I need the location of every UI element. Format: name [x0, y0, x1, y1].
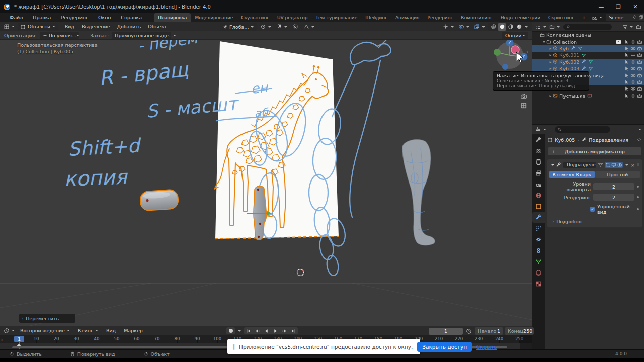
pointer-icon[interactable] — [624, 46, 629, 51]
properties-search-input[interactable] — [555, 126, 610, 133]
modifier-expand-arrow[interactable] — [551, 164, 554, 166]
shading-rendered-button[interactable] — [515, 23, 523, 31]
simple-tab[interactable]: Простой — [595, 171, 640, 178]
properties-tab-scene[interactable] — [532, 178, 545, 190]
auto-keying-button[interactable] — [226, 327, 235, 334]
eye-icon[interactable] — [630, 59, 636, 65]
display-editmode-toggle[interactable] — [605, 162, 610, 167]
workspace-tab-Шейдинг[interactable]: Шейдинг — [361, 13, 391, 22]
pointer-icon[interactable] — [624, 59, 629, 65]
outliner-display-mode-button[interactable] — [548, 23, 561, 31]
outliner-row-Пустышка[interactable]: ▸Пустышка — [532, 93, 644, 99]
properties-tab-output[interactable] — [532, 156, 545, 167]
modifier-icon[interactable] — [588, 66, 593, 71]
cube-icon[interactable] — [553, 59, 558, 64]
jump-to-end-button[interactable] — [289, 327, 298, 334]
pointer-icon[interactable] — [624, 86, 629, 92]
workspace-tab-Скульптинг[interactable]: Скульптинг — [237, 13, 273, 22]
prev-keyframe-button[interactable] — [253, 327, 262, 334]
properties-tab-material[interactable] — [532, 267, 545, 278]
camera-icon[interactable] — [637, 79, 642, 85]
outliner-editor-type-button[interactable] — [534, 23, 548, 31]
expand-arrow[interactable]: ▸ — [548, 66, 553, 71]
pin-icon[interactable] — [632, 15, 637, 20]
show-overlays-toggle[interactable] — [457, 23, 471, 31]
sidebar-collapse-arrow[interactable]: ‹ — [526, 48, 528, 55]
outliner-row-Куб[interactable]: ▸Куб — [532, 45, 644, 52]
viewport-canvas[interactable]: - перем R - вращ ен S - масшт аб Shift+d… — [0, 22, 532, 326]
eye-closed-icon[interactable] — [630, 52, 636, 58]
scene-icon[interactable] — [590, 14, 604, 21]
properties-tab-constraints[interactable] — [532, 245, 545, 256]
properties-tab-world[interactable] — [532, 190, 545, 201]
expand-arrow[interactable]: ▸ — [548, 46, 553, 51]
modifier-extras-dropdown[interactable] — [625, 164, 628, 166]
image-icon[interactable] — [553, 93, 558, 98]
workspace-tab-Скриптинг[interactable]: Скриптинг — [544, 13, 578, 22]
optimal-display-checkbox[interactable]: ✓ — [590, 207, 595, 212]
add-modifier-button[interactable]: + Добавить модификатор — [548, 147, 641, 155]
collection-icon[interactable] — [540, 33, 545, 38]
camera-icon[interactable] — [637, 59, 642, 65]
pill-cube-object[interactable] — [140, 189, 179, 211]
levels-render-field[interactable]: 2 — [593, 194, 634, 201]
outliner-search-input[interactable] — [564, 24, 612, 30]
shading-solid-button[interactable] — [498, 23, 506, 31]
menu-Правка[interactable]: Правка — [28, 13, 56, 22]
workspace-tab-Рендеринг[interactable]: Рендеринг — [424, 13, 457, 22]
preview-range-button[interactable] — [464, 327, 473, 335]
properties-tab-object[interactable] — [532, 201, 545, 212]
timeline-menu-Кеинг[interactable]: Кеинг — [74, 326, 102, 335]
workspace-tab-Моделирование[interactable]: Моделирование — [191, 13, 237, 22]
eye-icon[interactable] — [630, 39, 636, 45]
timeline-menu-Воспроизведение[interactable]: Воспроизведение — [16, 326, 74, 335]
outliner-filter-button[interactable] — [621, 23, 634, 31]
outliner-row-Куб.001[interactable]: ▸Куб.001 — [532, 52, 644, 58]
expand-arrow[interactable]: ▸ — [548, 53, 553, 57]
cube-icon[interactable] — [553, 46, 558, 51]
keying-dropdown[interactable] — [238, 330, 241, 332]
image-icon[interactable] — [587, 93, 592, 98]
mouse-middle-icon[interactable] — [70, 351, 75, 357]
scene-selector[interactable]: Scene × — [606, 14, 644, 21]
snap-toggle[interactable] — [275, 23, 289, 31]
expand-arrow[interactable]: ▸ — [548, 60, 553, 64]
eye-icon[interactable] — [630, 73, 636, 78]
viewport-menu-Добавить[interactable]: Добавить — [114, 22, 145, 31]
workspace-tab-UV-редактор[interactable]: UV-редактор — [273, 13, 311, 22]
timeline-menu-Маркер[interactable]: Маркер — [120, 326, 147, 335]
wrench-icon[interactable] — [581, 66, 586, 71]
eye-icon[interactable] — [630, 66, 636, 71]
region-chevron[interactable]: › — [1, 337, 3, 342]
transform-orientation-dropdown[interactable]: Глоба... — [220, 23, 257, 31]
menu-Рендеринг[interactable]: Рендеринг — [56, 13, 93, 22]
catmull-clark-tab[interactable]: Кэтмелл-Кларк — [549, 171, 595, 178]
workspace-tab-Ноды геометрии[interactable]: Ноды геометрии — [497, 13, 544, 22]
orientation-dropdown[interactable]: По умолч... — [40, 32, 79, 39]
wrench-icon[interactable] — [581, 59, 586, 64]
display-render-toggle[interactable] — [617, 162, 622, 167]
proportional-editing-toggle[interactable] — [291, 23, 300, 31]
workspace-tab-Планировка[interactable]: Планировка — [154, 13, 191, 22]
camera-icon[interactable] — [637, 86, 642, 92]
animate-dot[interactable] — [637, 208, 639, 210]
new-collection-button[interactable] — [634, 23, 643, 31]
menu-Файл[interactable]: Файл — [5, 13, 28, 22]
operator-panel[interactable]: › Переместить — [19, 314, 75, 323]
viewport-menu-Вид[interactable]: Вид — [61, 22, 78, 31]
options-dropdown[interactable]: Опции — [502, 32, 528, 39]
hide-link[interactable]: Скрыть — [476, 344, 497, 350]
pointer-icon[interactable] — [624, 66, 629, 71]
cube-icon[interactable] — [553, 66, 558, 71]
close-button[interactable]: ✕ — [627, 2, 644, 12]
properties-tab-physics[interactable] — [532, 234, 545, 245]
shading-wireframe-button[interactable] — [489, 23, 498, 31]
camera-icon[interactable] — [637, 46, 642, 51]
play-button[interactable] — [271, 327, 280, 334]
play-reverse-button[interactable] — [262, 327, 271, 334]
properties-tab-particles[interactable] — [532, 223, 545, 234]
wrench-icon[interactable] — [571, 46, 576, 51]
collection-checkbox[interactable]: ✓ — [616, 40, 621, 44]
pin-id-icon[interactable] — [636, 137, 641, 142]
pointer-icon[interactable] — [624, 93, 629, 99]
